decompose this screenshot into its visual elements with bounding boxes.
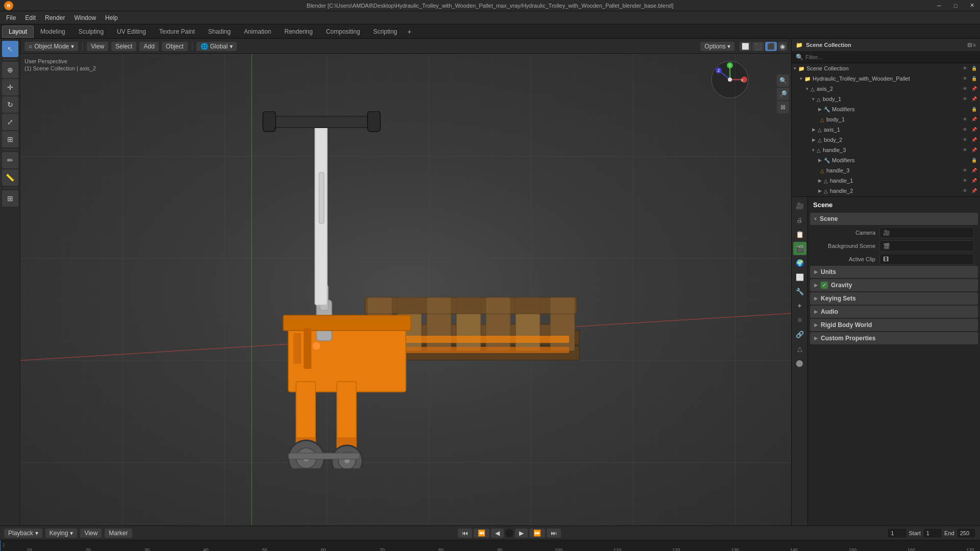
- global-dropdown[interactable]: 🌐 Global ▾: [197, 42, 237, 51]
- pin-icon[interactable]: 📌: [970, 85, 978, 93]
- menu-window[interactable]: Window: [70, 13, 100, 22]
- tool-move[interactable]: ✛: [2, 79, 18, 95]
- data-tab[interactable]: △: [793, 342, 806, 355]
- add-menu[interactable]: Add: [139, 42, 158, 51]
- outliner-item-handle2[interactable]: ▶ △ handle_2 👁 📌: [792, 186, 980, 196]
- lock-toggle[interactable]: 🔒: [970, 105, 978, 113]
- pin-icon[interactable]: 📌: [970, 115, 978, 123]
- options-button[interactable]: Options ▾: [700, 42, 734, 51]
- add-workspace-button[interactable]: +: [404, 26, 415, 37]
- lock-toggle[interactable]: 🔒: [970, 64, 978, 72]
- select-menu[interactable]: Select: [111, 42, 136, 51]
- visibility-toggle[interactable]: 👁: [961, 85, 969, 93]
- maximize-button[interactable]: □: [947, 0, 964, 11]
- tool-cursor[interactable]: ⊕: [2, 62, 18, 78]
- outliner-item-axis-2[interactable]: ▾ △ axis_2 👁 📌: [792, 84, 980, 94]
- visibility-toggle[interactable]: 👁: [961, 126, 969, 134]
- menu-render[interactable]: Render: [41, 13, 69, 22]
- lock-toggle[interactable]: 🔒: [970, 74, 978, 83]
- visibility-toggle[interactable]: 👁: [961, 136, 969, 144]
- outliner-filter-btn[interactable]: ⊟: [967, 42, 972, 48]
- audio-section-header[interactable]: ▶ Audio: [810, 306, 978, 318]
- viewport-gizmo[interactable]: X Y Z: [709, 59, 750, 100]
- tab-layout[interactable]: Layout: [2, 26, 34, 38]
- marker-menu[interactable]: Marker: [105, 529, 132, 538]
- tab-sculpting[interactable]: Sculpting: [72, 26, 110, 38]
- visibility-toggle[interactable]: 👁: [961, 146, 969, 154]
- start-frame-input[interactable]: 1: [923, 528, 942, 538]
- prev-keyframe-btn[interactable]: ⏪: [474, 529, 489, 538]
- view-menu-timeline[interactable]: View: [80, 529, 102, 538]
- outliner-item-lever[interactable]: ▶ △ lever 👁 📌: [792, 196, 980, 196]
- outliner-item-handle3-mesh[interactable]: △ handle_3 👁 📌: [792, 165, 980, 176]
- visibility-toggle[interactable]: 👁: [961, 115, 969, 123]
- tool-add[interactable]: ⊞: [2, 190, 18, 207]
- tool-transform[interactable]: ⊞: [2, 131, 18, 147]
- outliner-item-body1[interactable]: ▾ △ body_1 👁 📌: [792, 94, 980, 104]
- minimize-button[interactable]: ─: [931, 0, 947, 11]
- keying-menu[interactable]: Keying ▾: [45, 529, 78, 538]
- scene-properties-tab[interactable]: 🎬: [793, 242, 806, 255]
- outliner-item-modifiers[interactable]: ▶ 🔧 Modifiers 🔒: [792, 104, 980, 114]
- outliner-item-axis1[interactable]: ▶ △ axis_1 👁 📌: [792, 124, 980, 135]
- custom-properties-section-header[interactable]: ▶ Custom Properties: [810, 332, 978, 344]
- pin-icon[interactable]: 📌: [970, 126, 978, 134]
- tab-texture-paint[interactable]: Texture Paint: [153, 26, 202, 38]
- outliner-search-input[interactable]: [805, 54, 976, 60]
- material-tab[interactable]: ⬤: [793, 356, 806, 369]
- outliner-item-body1-mesh[interactable]: △ body_1 👁 📌: [792, 114, 980, 124]
- object-mode-dropdown[interactable]: ○ Object Mode ▾: [24, 42, 78, 51]
- pin-icon[interactable]: 📌: [970, 177, 978, 185]
- outliner-item-scene-collection[interactable]: ▾ 📁 Scene Collection 👁 🔒: [792, 63, 980, 73]
- gravity-section-header[interactable]: ▶ ✓ Gravity: [810, 279, 978, 291]
- tool-annotate[interactable]: ✏: [2, 152, 18, 168]
- end-frame-input[interactable]: 250: [957, 528, 976, 538]
- constraints-tab[interactable]: 🔗: [793, 328, 806, 341]
- rigid-body-world-section-header[interactable]: ▶ Rigid Body World: [810, 319, 978, 331]
- tab-uv-editing[interactable]: UV Editing: [110, 26, 153, 38]
- tab-rendering[interactable]: Rendering: [278, 26, 319, 38]
- tab-compositing[interactable]: Compositing: [320, 26, 367, 38]
- zoom-in-button[interactable]: 🔍: [777, 74, 789, 87]
- tab-scripting[interactable]: Scripting: [366, 26, 404, 38]
- outliner-item-body2[interactable]: ▶ △ body_2 👁 📌: [792, 135, 980, 145]
- 3d-viewport[interactable]: User Perspective (1) Scene Collection | …: [20, 54, 791, 525]
- output-properties-tab[interactable]: 🖨: [793, 213, 806, 227]
- tab-modeling[interactable]: Modeling: [34, 26, 72, 38]
- rendered-mode-btn[interactable]: ◉: [778, 42, 787, 51]
- visibility-toggle[interactable]: 👁: [961, 95, 969, 103]
- pin-icon[interactable]: 📌: [970, 187, 978, 195]
- camera-picker[interactable]: 🎥: [879, 227, 974, 238]
- current-frame-input[interactable]: 1: [887, 528, 906, 538]
- outliner-item-handle3-parent[interactable]: ▾ △ handle_3 👁 📌: [792, 145, 980, 155]
- outliner-item-handle1[interactable]: ▶ △ handle_1 👁 📌: [792, 176, 980, 186]
- tool-select[interactable]: ↖: [2, 41, 18, 57]
- jump-end-btn[interactable]: ⏭: [547, 529, 561, 538]
- particles-tab[interactable]: ✦: [793, 299, 806, 312]
- menu-help[interactable]: Help: [101, 13, 122, 22]
- close-button[interactable]: ✕: [964, 0, 980, 11]
- view-menu[interactable]: View: [87, 42, 108, 51]
- gravity-checkbox[interactable]: ✓: [821, 282, 828, 289]
- active-clip-picker[interactable]: 🎞: [879, 254, 974, 265]
- pin-icon[interactable]: 📌: [970, 146, 978, 154]
- tab-shading[interactable]: Shading: [202, 26, 237, 38]
- visibility-toggle[interactable]: 👁: [961, 166, 969, 174]
- next-keyframe-btn[interactable]: ⏩: [529, 529, 545, 538]
- menu-file[interactable]: File: [2, 13, 20, 22]
- next-frame-btn[interactable]: ▶: [515, 529, 528, 538]
- visibility-toggle[interactable]: 👁: [961, 74, 969, 83]
- zoom-out-button[interactable]: 🔎: [777, 88, 789, 100]
- scene-section-header[interactable]: ▾ Scene: [810, 213, 978, 225]
- tab-animation[interactable]: Animation: [237, 26, 278, 38]
- bg-scene-picker[interactable]: 🎬: [879, 240, 974, 252]
- playback-menu[interactable]: Playback ▾: [4, 529, 42, 538]
- world-properties-tab[interactable]: 🌍: [793, 256, 806, 269]
- pin-icon[interactable]: 📌: [970, 95, 978, 103]
- object-properties-tab[interactable]: ⬜: [793, 270, 806, 284]
- pin-icon[interactable]: 📌: [970, 136, 978, 144]
- solid-mode-btn[interactable]: ⬛: [752, 42, 764, 51]
- jump-start-btn[interactable]: ⏮: [458, 529, 472, 538]
- view-layer-tab[interactable]: 📋: [793, 228, 806, 241]
- zoom-extent-button[interactable]: ⊠: [777, 101, 789, 113]
